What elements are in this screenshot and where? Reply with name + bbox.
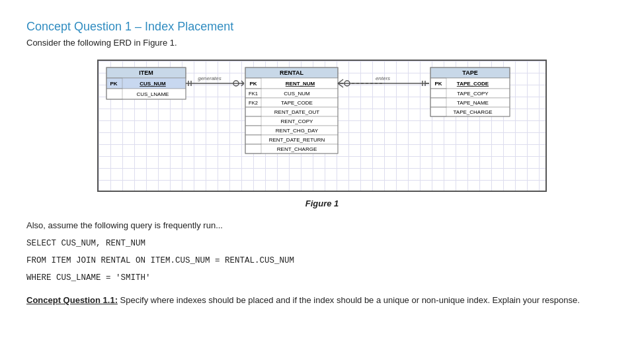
erd-container: ITEM PK CUS_NUM CUS_LNAME xyxy=(97,60,547,192)
erd-svg: ITEM PK CUS_NUM CUS_LNAME xyxy=(105,66,542,188)
erd-wrapper: ITEM PK CUS_NUM CUS_LNAME xyxy=(26,60,618,192)
svg-text:ITEM: ITEM xyxy=(139,69,153,76)
svg-text:generates: generates xyxy=(198,75,221,81)
concept-question: Concept Question 1.1: Specify where inde… xyxy=(26,294,618,307)
svg-text:RENT_DATE_OUT: RENT_DATE_OUT xyxy=(274,109,319,115)
svg-text:TAPE: TAPE xyxy=(462,69,477,76)
svg-text:RENT_CHARGE: RENT_CHARGE xyxy=(277,146,317,152)
page-title: Concept Question 1 – Index Placement xyxy=(26,20,618,34)
svg-text:CUS_NUM: CUS_NUM xyxy=(140,81,166,87)
svg-text:CUS_LNAME: CUS_LNAME xyxy=(137,91,169,97)
intro-text: Consider the following ERD in Figure 1. xyxy=(26,38,618,48)
svg-text:TAPE_NAME: TAPE_NAME xyxy=(457,100,489,106)
svg-text:FK2: FK2 xyxy=(249,100,258,106)
sql-block: SELECT CUS_NUM, RENT_NUM FROM ITEM JOIN … xyxy=(26,237,618,285)
svg-text:TAPE_CODE: TAPE_CODE xyxy=(281,100,313,106)
svg-text:RENT_NUM: RENT_NUM xyxy=(286,81,315,87)
body-text: Also, assume the following query is freq… xyxy=(26,220,618,230)
svg-line-51 xyxy=(338,83,343,87)
svg-text:PK: PK xyxy=(249,81,257,87)
svg-text:RENTAL: RENTAL xyxy=(280,69,303,76)
sql-line-3: WHERE CUS_LNAME = 'SMITH' xyxy=(26,271,618,285)
concept-text: Specify where indexes should be placed a… xyxy=(120,295,580,305)
svg-text:RENT_COPY: RENT_COPY xyxy=(281,118,314,124)
svg-text:CUS_NUM: CUS_NUM xyxy=(284,91,310,97)
svg-text:RENT_CHG_DAY: RENT_CHG_DAY xyxy=(276,128,319,134)
svg-text:TAPE_COPY: TAPE_COPY xyxy=(457,91,489,97)
figure-caption: Figure 1 xyxy=(26,199,618,208)
svg-text:TAPE_CODE: TAPE_CODE xyxy=(457,81,489,87)
svg-text:TAPE_CHARGE: TAPE_CHARGE xyxy=(454,109,493,115)
svg-text:RENT_DATE_RETURN: RENT_DATE_RETURN xyxy=(269,137,325,143)
svg-line-49 xyxy=(338,79,343,83)
svg-text:PK: PK xyxy=(110,81,117,87)
sql-line-1: SELECT CUS_NUM, RENT_NUM xyxy=(26,237,618,250)
svg-text:PK: PK xyxy=(434,81,442,87)
concept-label: Concept Question 1.1: xyxy=(26,295,118,305)
sql-line-2: FROM ITEM JOIN RENTAL ON ITEM.CUS_NUM = … xyxy=(26,254,618,267)
svg-text:enters: enters xyxy=(376,75,390,81)
svg-text:FK1: FK1 xyxy=(249,91,258,97)
